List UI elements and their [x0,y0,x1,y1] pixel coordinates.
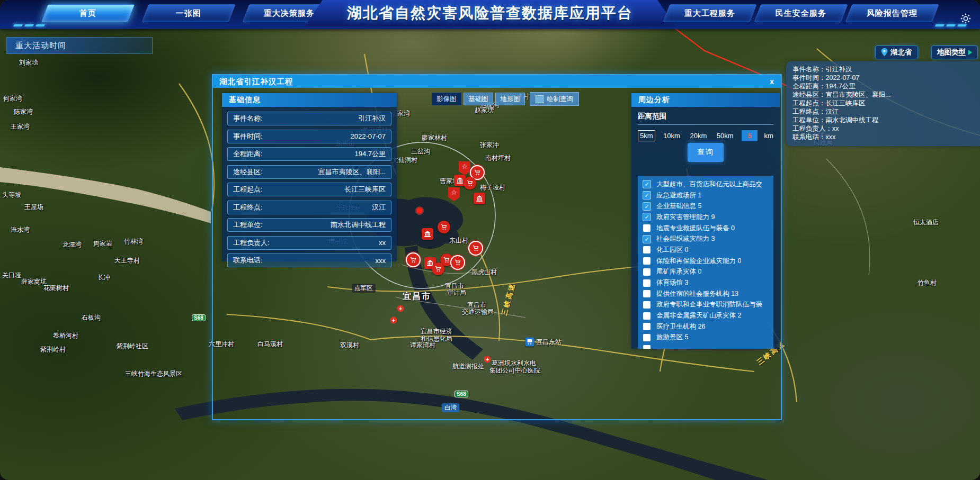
checklist-row[interactable]: ✓企业基础信息 5 [643,201,773,212]
checklist-row[interactable]: 旅游景区 5 [643,332,773,343]
checklist-row[interactable]: 提供住宿的社会服务机构 13 [643,288,773,300]
checkbox[interactable] [643,246,651,253]
map-place-label: 何家湾 [3,94,22,103]
info-line-value: 长江三峡库区 [826,99,866,107]
map-place-label: 周家岩 [93,239,112,248]
nav-tab-label: 重大工程服务 [684,8,735,19]
query-button[interactable]: 查询 [688,143,724,162]
checklist-row[interactable]: ✓大型超市、百货店和亿元以上商品交 [643,179,773,190]
checklist-row[interactable]: 保险和再保险企业减灾能力 0 [643,256,773,267]
checkbox[interactable] [643,279,651,287]
field-label: 工程单位: [233,220,263,230]
close-icon[interactable]: x [770,76,774,87]
map-place-label: 三峡竹海生态风景区 [125,369,182,378]
range-option[interactable]: 20km [688,131,708,141]
info-line: 工程起点：长江三峡库区 [792,99,980,107]
field-label: 事件时间: [233,132,263,141]
checklist-label: 地震专业救援队伍与装备 0 [656,224,735,233]
field-label: 联系电话: [233,256,263,265]
nav-tab-label: 风险报告管理 [867,8,917,19]
region-button[interactable]: 湖北省 [875,46,918,59]
info-line: 联系电话：xxx [792,133,980,141]
basic-info-field-row: 全程距离:194.7公里 [227,147,391,161]
checkbox[interactable]: ✓ [643,203,651,210]
layer-button[interactable]: 影像图 [432,93,461,105]
checkbox[interactable]: ✓ [643,180,651,188]
draw-rectangle-icon [536,95,544,103]
basic-info-field-row: 工程单位:南水北调中线工程 [227,218,391,232]
map-place-label: 长冲 [97,273,110,282]
info-line-label: 全程距离： [792,83,826,90]
checkbox[interactable]: ✓ [643,192,651,199]
checklist-row[interactable]: 医疗卫生机构 26 [643,321,773,332]
draw-query-button[interactable]: 绘制查询 [530,92,579,106]
checkbox[interactable] [643,224,651,232]
range-custom-input[interactable] [742,130,758,141]
modal-title: 湖北省引江补汉工程 [219,77,293,87]
info-line-label: 工程单位： [792,116,826,124]
map-place-label: 竹鱼村 [917,278,937,287]
settings-gear-icon[interactable] [960,13,972,24]
map-place-label: 王屋场 [24,203,43,212]
info-line: 事件时间：2022-07-07 [792,74,980,82]
map-place-label: 恒太酒店 [913,218,939,227]
major-activity-time-bar[interactable]: 重大活动时间 [6,37,153,54]
checklist-row[interactable]: ✓政府灾害管理能力 9 [643,212,773,223]
basic-info-field-row: 工程终点:汉江 [227,201,391,214]
checkbox[interactable] [643,312,651,320]
basic-info-field-row: 联系电话:xxx [227,253,391,267]
checkbox[interactable] [643,323,651,330]
map-badge-road-green: S68 [192,314,206,321]
map-place-label: 卷桥河村 [53,331,78,340]
checklist-label: 企业基础信息 5 [656,202,701,211]
project-modal: 湖北省引江补汉工程 x 影像图基础图地形图 绘制查询 基础信息 事件名称:引江补… [212,74,782,420]
nav-tab-left[interactable]: 首页 [41,4,135,22]
checklist-row[interactable]: 体育场馆 3 [643,277,773,288]
checklist-row[interactable]: 政府专职和企事业专职消防队伍与装 [643,300,773,311]
info-line-label: 事件时间： [792,74,826,81]
checklist-row[interactable]: 地震专业救援队伍与装备 0 [643,223,773,234]
nav-tab-right[interactable]: 民生安全服务 [754,4,848,22]
range-option[interactable]: 50km [715,131,735,141]
checklist-row[interactable] [643,343,773,349]
checklist-row[interactable]: ✓社会组织减灾能力 3 [643,233,773,244]
checklist-label: 旅游景区 5 [656,333,688,342]
checkbox[interactable]: ✓ [643,213,651,221]
checkbox[interactable] [643,268,651,276]
nav-tab-label: 民生安全服务 [776,8,826,19]
checkbox[interactable] [643,334,651,341]
field-value: 2022-07-07 [351,132,386,140]
checkbox[interactable]: ✓ [643,236,651,243]
info-line-value: xx [832,125,839,132]
checkbox[interactable] [643,290,651,297]
range-option[interactable]: 5km [638,130,655,141]
field-label: 工程起点: [233,185,263,194]
layer-button[interactable]: 基础图 [464,93,493,105]
checklist-row[interactable]: ✓应急避难场所 1 [643,190,773,201]
checkbox[interactable] [643,345,651,349]
checklist-label: 尾矿库承灾体 0 [656,267,701,276]
top-navbar: 首页一张图重大决策服务 湖北省自然灾害风险普查数据库应用平台 重大工程服务民生安… [0,0,980,29]
map-type-button[interactable]: 地图类型 [931,46,978,59]
checklist-row[interactable]: 化工园区 0 [643,244,773,256]
info-line-value: 引江补汉 [826,66,852,73]
nav-tab-right[interactable]: 重大工程服务 [663,4,756,22]
nav-tab-right[interactable]: 风险报告管理 [845,4,939,22]
map-place-label: 龙潭湾 [63,240,82,249]
info-line: 事件名称：引江补汉 [792,65,980,74]
checkbox[interactable] [643,257,651,265]
range-option[interactable]: 10km [662,131,682,141]
checklist-row[interactable]: 金属非金属露天矿山承灾体 2 [643,310,773,321]
checklist-row[interactable]: 尾矿库承灾体 0 [643,267,773,278]
checkbox[interactable] [643,301,651,309]
field-value: xx [379,239,386,247]
draw-query-label: 绘制查询 [547,95,573,104]
major-activity-time-label: 重大活动时间 [15,41,66,51]
nav-tab-left[interactable]: 一张图 [141,4,235,22]
map-place-label: 关口垭 [2,271,21,280]
map-place-label: 紫荆岭社区 [117,342,148,351]
field-value: 194.7公里 [354,149,386,159]
info-line-value: 汉江 [826,108,839,115]
layer-button[interactable]: 地形图 [495,93,525,105]
basic-info-field-row: 途经县区:宜昌市夷陵区、襄阳... [227,165,391,179]
